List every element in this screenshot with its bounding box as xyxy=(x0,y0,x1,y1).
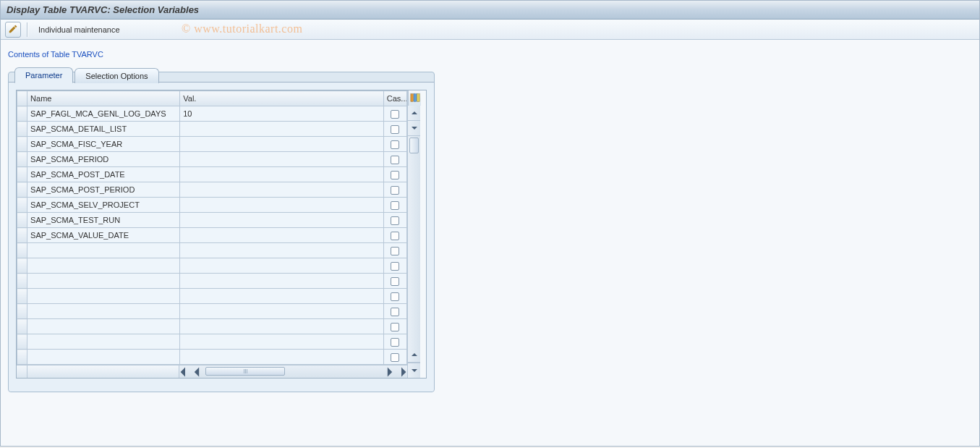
cell-case-checkbox[interactable] xyxy=(383,334,406,350)
cell-case-checkbox[interactable] xyxy=(383,167,406,182)
hscroll-track[interactable] xyxy=(203,365,384,378)
cell-value[interactable] xyxy=(180,167,384,182)
checkbox-icon xyxy=(391,308,399,316)
column-header-value[interactable]: Val. xyxy=(180,91,384,106)
hscroll-thumb[interactable] xyxy=(205,367,285,376)
cell-value[interactable] xyxy=(180,198,384,213)
cell-name[interactable]: SAP_SCMA_FISC_YEAR xyxy=(27,137,180,152)
svg-rect-2 xyxy=(417,93,419,101)
table-row: SAP_SCMA_POST_PERIOD xyxy=(17,182,407,198)
cell-case-checkbox[interactable] xyxy=(383,289,406,304)
vscroll-down-first-icon[interactable] xyxy=(408,121,420,136)
cell-case-checkbox[interactable] xyxy=(383,106,406,122)
cell-value[interactable]: 10 xyxy=(180,106,384,122)
table-row: SAP_SCMA_TEST_RUN xyxy=(17,213,407,228)
row-selector[interactable] xyxy=(17,167,27,182)
row-selector[interactable] xyxy=(17,106,27,122)
cell-name[interactable]: SAP_SCMA_PERIOD xyxy=(27,152,180,167)
cell-name[interactable] xyxy=(27,289,180,304)
tab-selection-options[interactable]: Selection Options xyxy=(74,68,158,83)
cell-case-checkbox[interactable] xyxy=(383,304,406,319)
cell-name[interactable] xyxy=(27,334,180,350)
table-settings-button[interactable] xyxy=(408,90,421,106)
checkbox-icon xyxy=(391,353,399,362)
vscroll-up-bottom-icon[interactable] xyxy=(408,347,420,363)
vscroll-track[interactable] xyxy=(408,155,420,347)
cell-name[interactable]: SAP_SCMA_TEST_RUN xyxy=(27,213,180,228)
cell-case-checkbox[interactable] xyxy=(383,243,406,258)
row-selector[interactable] xyxy=(17,258,27,274)
cell-value[interactable] xyxy=(180,258,384,274)
cell-case-checkbox[interactable] xyxy=(383,122,406,137)
svg-rect-0 xyxy=(410,93,413,101)
cell-name[interactable] xyxy=(27,243,180,258)
hscroll-right-right-icon[interactable] xyxy=(396,365,407,378)
column-header-selector[interactable] xyxy=(17,91,27,106)
hscroll-spacer xyxy=(17,365,27,378)
cell-value[interactable] xyxy=(180,350,384,365)
edit-pencil-button[interactable] xyxy=(5,22,21,38)
cell-case-checkbox[interactable] xyxy=(383,258,406,274)
row-selector[interactable] xyxy=(17,274,27,289)
vscroll-up-icon[interactable] xyxy=(408,106,420,121)
tab-parameter[interactable]: Parameter xyxy=(14,67,73,83)
checkbox-icon xyxy=(391,171,399,179)
row-selector[interactable] xyxy=(17,289,27,304)
cell-case-checkbox[interactable] xyxy=(383,198,406,213)
hscroll-left-left-icon[interactable] xyxy=(179,365,191,378)
column-header-name[interactable]: Name xyxy=(27,91,180,106)
row-selector[interactable] xyxy=(17,137,27,152)
cell-name[interactable] xyxy=(27,350,180,365)
cell-name[interactable]: SAP_SCMA_DETAIL_LIST xyxy=(27,122,180,137)
cell-value[interactable] xyxy=(180,274,384,289)
cell-case-checkbox[interactable] xyxy=(383,350,406,365)
row-selector[interactable] xyxy=(17,182,27,198)
vscroll-down-icon[interactable] xyxy=(408,363,420,378)
cell-name[interactable] xyxy=(27,258,180,274)
row-selector[interactable] xyxy=(17,198,27,213)
row-selector[interactable] xyxy=(17,152,27,167)
hscroll-left-icon[interactable] xyxy=(191,365,203,378)
cell-value[interactable] xyxy=(180,182,384,198)
table-row: SAP_SCMA_SELV_PROJECT xyxy=(17,198,407,213)
cell-name[interactable]: SAP_FAGL_MCA_GENL_LOG_DAYS xyxy=(27,106,180,122)
cell-value[interactable] xyxy=(180,289,384,304)
cell-value[interactable] xyxy=(180,137,384,152)
row-selector[interactable] xyxy=(17,304,27,319)
cell-case-checkbox[interactable] xyxy=(383,228,406,243)
table-row xyxy=(17,258,407,274)
cell-case-checkbox[interactable] xyxy=(383,137,406,152)
cell-case-checkbox[interactable] xyxy=(383,319,406,334)
cell-case-checkbox[interactable] xyxy=(383,274,406,289)
cell-name[interactable]: SAP_SCMA_VALUE_DATE xyxy=(27,228,180,243)
subtitle-link[interactable]: Contents of Table TVARVC xyxy=(8,50,972,59)
cell-name[interactable]: SAP_SCMA_POST_DATE xyxy=(27,167,180,182)
cell-name[interactable]: SAP_SCMA_SELV_PROJECT xyxy=(27,198,180,213)
cell-case-checkbox[interactable] xyxy=(383,152,406,167)
cell-name[interactable] xyxy=(27,319,180,334)
row-selector[interactable] xyxy=(17,319,27,334)
cell-name[interactable]: SAP_SCMA_POST_PERIOD xyxy=(27,182,180,198)
cell-name[interactable] xyxy=(27,304,180,319)
cell-value[interactable] xyxy=(180,152,384,167)
cell-case-checkbox[interactable] xyxy=(383,182,406,198)
cell-value[interactable] xyxy=(180,228,384,243)
cell-value[interactable] xyxy=(180,319,384,334)
cell-value[interactable] xyxy=(180,304,384,319)
cell-value[interactable] xyxy=(180,334,384,350)
cell-case-checkbox[interactable] xyxy=(383,213,406,228)
cell-value[interactable] xyxy=(180,122,384,137)
row-selector[interactable] xyxy=(17,350,27,365)
row-selector[interactable] xyxy=(17,213,27,228)
cell-value[interactable] xyxy=(180,213,384,228)
cell-value[interactable] xyxy=(180,243,384,258)
cell-name[interactable] xyxy=(27,274,180,289)
hscroll-right-icon[interactable] xyxy=(384,365,396,378)
individual-maintenance-button[interactable]: Individual maintenance xyxy=(34,25,124,34)
row-selector[interactable] xyxy=(17,122,27,137)
row-selector[interactable] xyxy=(17,243,27,258)
row-selector[interactable] xyxy=(17,334,27,350)
vscroll-thumb[interactable] xyxy=(409,138,419,153)
row-selector[interactable] xyxy=(17,228,27,243)
column-header-case[interactable]: Cas... xyxy=(383,91,406,106)
